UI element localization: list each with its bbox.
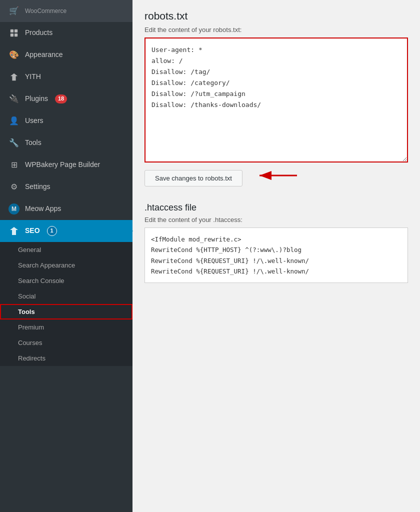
robots-title: robots.txt	[144, 10, 408, 22]
submenu-search-console[interactable]: Search Console	[0, 273, 132, 288]
robots-label: Edit the content of your robots.txt:	[144, 26, 408, 34]
appearance-icon: 🎨	[8, 49, 20, 61]
htaccess-title: .htaccess file	[144, 202, 408, 213]
sidebar: 🛒 WooCommerce Products 🎨 Appearance YITH…	[0, 0, 132, 512]
sidebar-item-settings[interactable]: ⚙ Settings	[0, 176, 132, 198]
sidebar-label-plugins: Plugins	[25, 94, 48, 104]
main-content: robots.txt Edit the content of your robo…	[132, 0, 420, 512]
submenu-general[interactable]: General	[0, 242, 132, 258]
save-robots-button[interactable]: Save changes to robots.txt	[144, 170, 242, 186]
robots-textarea[interactable]: User-agent: * allow: / Disallow: /tag/ D…	[144, 38, 408, 162]
submenu-social[interactable]: Social	[0, 288, 132, 304]
sidebar-item-users[interactable]: 👤 Users	[0, 110, 132, 132]
sidebar-label-settings: Settings	[25, 182, 50, 192]
yith-icon	[8, 71, 20, 83]
svg-rect-2	[10, 34, 14, 36]
plugins-icon: 🔌	[8, 93, 20, 105]
meow-apps-icon: M	[8, 203, 20, 215]
sidebar-label-wpbakery: WPBakery Page Builder	[25, 160, 100, 170]
sidebar-item-wpbakery[interactable]: ⊞ WPBakery Page Builder	[0, 154, 132, 176]
sidebar-label-appearance: Appearance	[25, 50, 63, 60]
seo-icon	[8, 225, 20, 237]
tools-icon: 🔧	[8, 137, 20, 149]
sidebar-item-woocommerce[interactable]: 🛒 WooCommerce	[0, 0, 132, 22]
sidebar-item-seo[interactable]: SEO 1	[0, 220, 132, 242]
plugins-badge: 18	[55, 94, 67, 103]
woocommerce-icon: 🛒	[8, 5, 20, 17]
sidebar-item-meow-apps[interactable]: M Meow Apps	[0, 198, 132, 220]
submenu-courses[interactable]: Courses	[0, 335, 132, 350]
sidebar-label-tools: Tools	[25, 138, 42, 148]
seo-badge: 1	[47, 226, 57, 236]
sidebar-item-products[interactable]: Products	[0, 22, 132, 44]
wpbakery-icon: ⊞	[8, 159, 20, 171]
sidebar-label-woocommerce: WooCommerce	[25, 7, 66, 16]
settings-icon: ⚙	[8, 181, 20, 193]
sidebar-label-seo: SEO	[25, 226, 40, 236]
sidebar-label-yith: YITH	[25, 72, 41, 82]
htaccess-label: Edit the content of your .htaccess:	[144, 216, 408, 224]
products-icon	[8, 27, 20, 39]
sidebar-label-meow-apps: Meow Apps	[25, 204, 61, 214]
sidebar-label-products: Products	[25, 28, 52, 38]
save-row: Save changes to robots.txt	[144, 164, 408, 188]
htaccess-content: <IfModule mod_rewrite.c> RewriteCond %{H…	[144, 228, 408, 283]
submenu-redirects[interactable]: Redirects	[0, 350, 132, 366]
save-arrow-indicator	[254, 166, 300, 187]
seo-active-arrow	[127, 225, 133, 237]
users-icon: 👤	[8, 115, 20, 127]
sidebar-item-yith[interactable]: YITH	[0, 66, 132, 88]
submenu-tools[interactable]: Tools	[0, 304, 132, 320]
svg-rect-1	[14, 30, 18, 32]
sidebar-label-users: Users	[25, 116, 44, 126]
svg-rect-0	[10, 30, 14, 32]
sidebar-item-plugins[interactable]: 🔌 Plugins 18	[0, 88, 132, 110]
sidebar-item-appearance[interactable]: 🎨 Appearance	[0, 44, 132, 66]
submenu-search-appearance[interactable]: Search Appearance	[0, 258, 132, 273]
seo-submenu: General Search Appearance Search Console…	[0, 242, 132, 366]
svg-rect-3	[14, 34, 18, 36]
sidebar-item-tools[interactable]: 🔧 Tools	[0, 132, 132, 154]
submenu-premium[interactable]: Premium	[0, 320, 132, 335]
